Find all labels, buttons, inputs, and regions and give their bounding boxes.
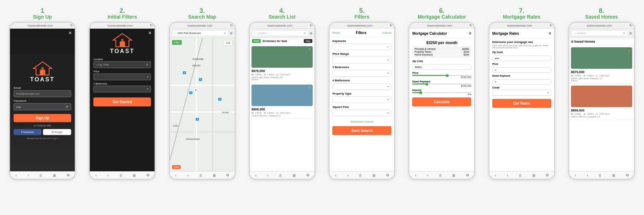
nav-back-icon-4[interactable]: ‹ [255,173,256,177]
down-payment-input-7[interactable] [492,79,551,85]
nav-forward-icon-2[interactable]: › [108,173,109,177]
clear-icon-keywords[interactable]: ⊗ [387,46,389,48]
nav-back-icon-7[interactable]: ‹ [495,173,496,177]
nav-share-icon-7[interactable]: ⎙ [519,173,521,177]
bedrooms5-select[interactable]: ▾ [332,70,391,77]
map-tag-4[interactable]: $ [218,98,221,101]
browser-refresh-7[interactable]: ↻ [550,24,552,27]
browser-refresh-3[interactable]: ↻ [230,24,233,27]
close-icon-2[interactable]: ✕ [148,30,152,35]
nav-forward-icon-7[interactable]: › [507,173,508,177]
nav-back-icon-6[interactable]: ‹ [415,173,416,177]
down-payment-slider-thumb[interactable] [425,83,428,86]
email-input[interactable]: email@example.com [14,90,71,97]
nav-share-icon-3[interactable]: ⎙ [200,173,202,177]
nav-forward-icon-6[interactable]: › [427,173,428,177]
price-slider-thumb[interactable] [446,74,449,77]
nav-share-icon-6[interactable]: ⎙ [439,173,441,177]
nav-bookmark-icon-8[interactable]: ⊞ [612,173,615,177]
map-tag-2[interactable]: $ [199,78,202,81]
list-overlay-button[interactable]: List [224,40,233,46]
get-started-button[interactable]: Get Started [93,97,151,106]
calculate-button[interactable]: Calculate [412,97,471,106]
location-input[interactable]: ⌕ City, State ⊗ [93,61,151,68]
filters5-cancel[interactable]: Cancel [382,31,391,34]
nav-share-icon[interactable]: ⎙ [40,173,42,177]
nav-bookmark-icon-6[interactable]: ⊞ [452,173,455,177]
browser-refresh-2[interactable]: ↻ [150,24,153,27]
nav-bookmark-icon-2[interactable]: ⊞ [133,173,136,177]
price-select[interactable]: ▾ [93,73,151,80]
down-payment-slider[interactable] [412,83,471,85]
nav-forward-icon-3[interactable]: › [187,173,189,177]
saved-heart-icon-1[interactable]: ♥ [629,49,631,53]
sqft-select[interactable]: ▾ [332,110,391,116]
filter-badge[interactable]: Filter [252,39,261,43]
facebook-button[interactable]: f Facebook [14,129,42,135]
nav-bookmark-icon[interactable]: ⊞ [53,173,56,177]
nav-tabs-icon-3[interactable]: ⧉ [226,173,229,177]
clear-icon-list[interactable]: ⊗ [303,32,306,35]
keywords-input[interactable]: ⌕ ⊗ [332,44,391,50]
nav-tabs-icon-8[interactable]: ⧉ [626,173,629,177]
nav-tabs-icon-5[interactable]: ⧉ [386,173,389,177]
nav-back-icon[interactable]: ‹ [15,173,16,177]
clear-icon-saved[interactable]: ⊗ [623,32,625,35]
map-tag-3[interactable]: $ [189,91,192,94]
nav-forward-icon[interactable]: › [28,173,29,177]
map-tag-1[interactable]: $ [183,71,186,74]
get-rates-button[interactable]: Get Rates [492,99,551,108]
credit-select[interactable]: ▾ [492,90,551,96]
nav-back-icon-5[interactable]: ‹ [335,173,336,177]
list-search-box[interactable]: ⌕ Location ⊗ [252,30,308,36]
map-tag-5[interactable]: $ [196,118,199,121]
heart-icon-2[interactable]: ♡ [308,86,311,90]
browser-refresh-8[interactable]: ↻ [629,24,632,27]
heart-icon-1[interactable]: ♡ [308,48,311,52]
browser-refresh-6[interactable]: ↻ [469,24,472,27]
nav-bookmark-icon-4[interactable]: ⊞ [293,173,296,177]
nav-share-icon-5[interactable]: ⎙ [359,173,361,177]
save-search-button[interactable]: Save Search [332,126,391,135]
price-input-7[interactable] [492,67,551,73]
signup-button[interactable]: Sign Up [14,114,71,122]
close-icon[interactable]: ✕ [68,30,72,35]
filter-overlay-button[interactable]: Filter [172,40,182,45]
bedrooms-select[interactable]: ▾ [93,86,151,92]
nav-bookmark-icon-5[interactable]: ⊞ [372,173,375,177]
interest-slider[interactable] [412,92,471,93]
nav-tabs-icon[interactable]: ⧉ [67,173,69,177]
nav-tabs-icon-7[interactable]: ⧉ [546,173,548,177]
nav-tabs-icon-4[interactable]: ⧉ [307,173,309,177]
nav-share-icon-4[interactable]: ⎙ [279,173,282,177]
nav-bookmark-icon-3[interactable]: ⊞ [213,173,216,177]
zip-input-7[interactable] [492,56,551,61]
browser-refresh-1[interactable]: ↻ [70,24,73,27]
nav-forward-icon-4[interactable]: › [267,173,268,177]
rates-menu-icon[interactable]: ≡ [549,31,551,36]
nav-tabs-icon-6[interactable]: ⧉ [466,173,469,177]
nav-back-icon-2[interactable]: ‹ [96,173,97,177]
menu-icon-map[interactable]: ≡ [230,31,233,36]
saved-heart-icon-2[interactable]: ♥ [629,87,631,91]
nav-share-icon-2[interactable]: ⎙ [120,173,122,177]
map-search-box[interactable]: ⌕ 1000 Park Boulevard ⊗ [172,30,229,36]
browser-refresh-5[interactable]: ↻ [390,24,392,27]
data-badge[interactable]: Data [172,165,181,169]
menu-icon-saved[interactable]: ≡ [629,31,632,36]
google-button[interactable]: G Google [43,129,72,135]
filters5-reset[interactable]: Reset [332,31,340,34]
advanced-search-link[interactable]: Advanced Search [332,119,391,125]
zip-input-6[interactable] [412,64,471,70]
nav-back-icon-3[interactable]: ‹ [175,173,176,177]
nav-forward-icon-5[interactable]: › [347,173,348,177]
password-input[interactable]: ••••• 👁 [14,103,71,110]
bathrooms-select[interactable]: ▾ [332,83,391,90]
price-range-select[interactable]: ▾ [332,57,391,63]
nav-back-icon-8[interactable]: ‹ [575,173,576,177]
nav-forward-icon-8[interactable]: › [587,173,588,177]
interest-slider-thumb[interactable] [419,91,422,94]
price-slider[interactable] [412,75,471,76]
clear-icon-map[interactable]: ⊗ [224,32,226,35]
browser-refresh-4[interactable]: ↻ [310,24,313,27]
